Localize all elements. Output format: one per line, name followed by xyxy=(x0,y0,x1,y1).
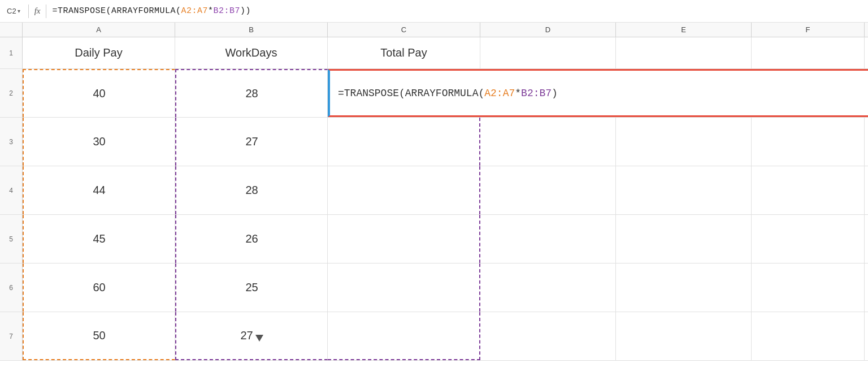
cell-f6[interactable] xyxy=(752,264,865,312)
cell-c2-active[interactable]: =TRANSPOSE(ARRAYFORMULA(A2:A7*B2:B7) xyxy=(328,69,868,117)
col-header-c[interactable]: C xyxy=(328,23,480,37)
formula-bar-divider-1 xyxy=(28,5,29,18)
formula-part-3: * xyxy=(208,6,214,16)
cell-d4[interactable] xyxy=(480,166,616,214)
cell-a6[interactable]: 60 xyxy=(23,264,175,312)
cell-c1[interactable]: Total Pay xyxy=(328,37,480,68)
cell-c5[interactable] xyxy=(328,215,480,263)
formula-part-4: B2:B7 xyxy=(214,6,241,16)
grid-body: 1 Daily Pay WorkDays Total Pay 2 40 28 =… xyxy=(0,37,868,361)
row-number-2: 2 xyxy=(0,69,23,117)
cell-reference-box[interactable]: C2 ▾ xyxy=(5,6,23,16)
cell-e1[interactable] xyxy=(616,37,752,68)
formula-bar-divider-2 xyxy=(46,5,46,18)
table-row: 1 Daily Pay WorkDays Total Pay xyxy=(0,37,868,69)
formula-part-5: )) xyxy=(240,6,251,16)
cell-e3[interactable] xyxy=(616,118,752,166)
cell-c4[interactable] xyxy=(328,166,480,214)
row-number-1: 1 xyxy=(0,37,23,68)
row-number-4: 4 xyxy=(0,166,23,214)
cell-a3[interactable]: 30 xyxy=(23,118,175,166)
cell-b3[interactable]: 27 xyxy=(175,118,328,166)
cell-f7[interactable] xyxy=(752,312,865,360)
cell-e6[interactable] xyxy=(616,264,752,312)
cell-d5[interactable] xyxy=(480,215,616,263)
formula-display-purple: B2:B7 xyxy=(521,88,552,99)
col-header-a[interactable]: A xyxy=(23,23,175,37)
cell-b7[interactable]: 27 xyxy=(175,312,328,360)
cell-e5[interactable] xyxy=(616,215,752,263)
cell-c7[interactable] xyxy=(328,312,480,360)
cell-d6[interactable] xyxy=(480,264,616,312)
table-row: 2 40 28 =TRANSPOSE(ARRAYFORMULA(A2:A7*B2… xyxy=(0,69,868,118)
cell-a1[interactable]: Daily Pay xyxy=(23,37,175,68)
table-row: 4 44 28 xyxy=(0,166,868,215)
formula-display-orange: A2:A7 xyxy=(484,88,515,99)
row-number-header xyxy=(0,23,23,37)
cell-ref-label: C2 xyxy=(7,7,16,15)
col-header-e[interactable]: E xyxy=(616,23,752,37)
cell-ref-arrow: ▾ xyxy=(18,8,20,14)
cell-a4[interactable]: 44 xyxy=(23,166,175,214)
cell-d3[interactable] xyxy=(480,118,616,166)
col-header-b[interactable]: B xyxy=(175,23,328,37)
formula-display-mult: * xyxy=(515,88,521,99)
formula-part-1: =TRANSPOSE(ARRAYFORMULA( xyxy=(52,6,181,16)
cell-b5[interactable]: 26 xyxy=(175,215,328,263)
spreadsheet-grid: A B C D E F 1 Daily Pay WorkDays Total P… xyxy=(0,23,868,361)
cell-c6[interactable] xyxy=(328,264,480,312)
cell-b4[interactable]: 28 xyxy=(175,166,328,214)
formula-display-suffix: ) xyxy=(552,88,558,99)
row-number-7: 7 xyxy=(0,312,23,360)
mouse-cursor xyxy=(255,335,263,342)
table-row: 6 60 25 xyxy=(0,264,868,312)
formula-input[interactable]: =TRANSPOSE(ARRAYFORMULA(A2:A7*B2:B7)) xyxy=(52,6,863,16)
cell-e7[interactable] xyxy=(616,312,752,360)
row-number-6: 6 xyxy=(0,264,23,312)
column-headers-row: A B C D E F xyxy=(0,23,868,37)
cell-b2[interactable]: 28 xyxy=(175,69,328,117)
cell-f4[interactable] xyxy=(752,166,865,214)
formula-part-2: A2:A7 xyxy=(181,6,209,16)
table-row: 7 50 27 xyxy=(0,312,868,361)
formula-bar: C2 ▾ fx =TRANSPOSE(ARRAYFORMULA(A2:A7*B2… xyxy=(0,0,868,23)
cell-b6[interactable]: 25 xyxy=(175,264,328,312)
cell-f5[interactable] xyxy=(752,215,865,263)
cell-d7[interactable] xyxy=(480,312,616,360)
cell-f3[interactable] xyxy=(752,118,865,166)
cell-b1[interactable]: WorkDays xyxy=(175,37,328,68)
cell-c3[interactable] xyxy=(328,118,480,166)
cell-a7[interactable]: 50 xyxy=(23,312,175,360)
cell-a2[interactable]: 40 xyxy=(23,69,175,117)
table-row: 5 45 26 xyxy=(0,215,868,264)
table-row: 3 30 27 xyxy=(0,118,868,166)
row-number-3: 3 xyxy=(0,118,23,166)
formula-display-prefix: =TRANSPOSE(ARRAYFORMULA( xyxy=(338,88,484,99)
fx-icon: fx xyxy=(34,6,41,16)
cell-d1[interactable] xyxy=(480,37,616,68)
cell-f1[interactable] xyxy=(752,37,865,68)
cell-e4[interactable] xyxy=(616,166,752,214)
col-header-d[interactable]: D xyxy=(480,23,616,37)
row-number-5: 5 xyxy=(0,215,23,263)
cell-a5[interactable]: 45 xyxy=(23,215,175,263)
col-header-f[interactable]: F xyxy=(752,23,865,37)
formula-display: =TRANSPOSE(ARRAYFORMULA(A2:A7*B2:B7) xyxy=(335,88,561,99)
